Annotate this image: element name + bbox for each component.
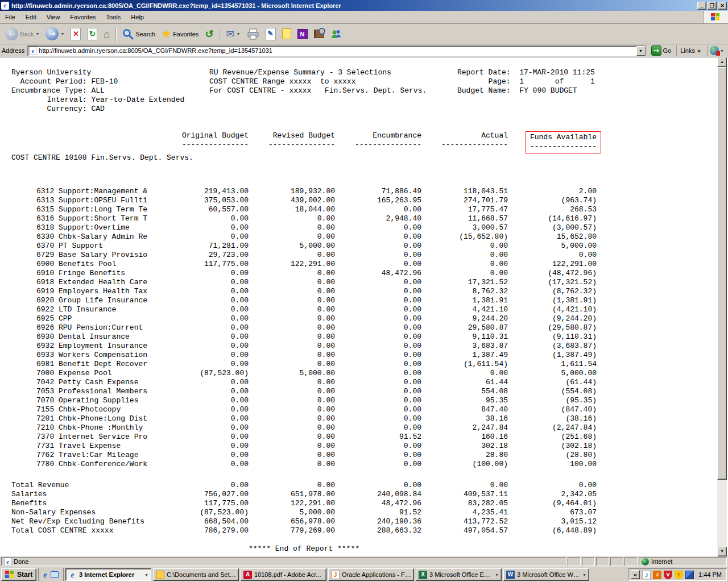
network-tray-icon[interactable] — [685, 571, 694, 579]
amount-cell: 0.00 — [249, 223, 335, 232]
taskbar-button-pdf[interactable]: A10108.pdf - Adobe Acr... — [241, 568, 326, 581]
menu-favorites[interactable]: Favorites — [65, 11, 101, 23]
amount-cell: (38.16) — [508, 414, 597, 423]
search-icon — [122, 28, 134, 40]
adobe-pdf-button[interactable]: ▼ — [707, 45, 726, 56]
address-input[interactable]: e http://finuweb.admin.ryerson.ca:8005/O… — [27, 45, 646, 56]
group-dropdown-icon[interactable]: ▼ — [582, 573, 586, 577]
taskbar-button-label: 3 Microsoft Office Excel — [429, 571, 493, 578]
scroll-down-icon[interactable]: ▼ — [717, 547, 727, 556]
security-tray-icon[interactable]: ! — [675, 571, 683, 579]
status-pane — [624, 557, 638, 566]
ie-quicklaunch-icon[interactable]: e — [43, 570, 47, 579]
total-label: Non-Salary Expenses — [11, 508, 162, 517]
history-button[interactable]: ↺ — [202, 26, 216, 42]
close-button[interactable]: ✕ — [718, 2, 727, 10]
amount-cell: 0.00 — [335, 396, 421, 405]
account-label: 7053 Professional Members — [11, 387, 162, 396]
stop-button[interactable]: ✕ — [68, 26, 84, 42]
back-dropdown-icon[interactable]: ▼ — [35, 32, 39, 36]
home-icon: ⌂ — [104, 28, 110, 40]
amount-cell: 71,886.49 — [335, 187, 421, 196]
amount-cell: (95.35) — [508, 396, 597, 405]
messenger-button[interactable] — [328, 27, 345, 41]
start-button[interactable]: Start — [1, 568, 36, 581]
mail-dropdown-icon[interactable]: ▼ — [237, 32, 241, 36]
group-dropdown-icon[interactable]: ▼ — [144, 573, 148, 577]
account-label: 6330 Chbk-Salary Admin Re — [11, 232, 162, 242]
taskbar-button-excel[interactable]: X3 Microsoft Office Excel▼ — [416, 568, 502, 581]
scrollbar-thumb[interactable] — [717, 67, 727, 480]
amount-cell: 0.00 — [335, 369, 421, 378]
amount-cell: 0.00 — [162, 223, 249, 232]
favorites-button[interactable]: ★ Favorites — [159, 26, 201, 42]
amount-cell: 17,321.52 — [421, 278, 508, 287]
taskbar-button-folder[interactable]: C:\Documents and Setti... — [153, 568, 239, 581]
menu-help[interactable]: Help — [126, 11, 149, 23]
vertical-scrollbar[interactable]: ▲ ▼ — [717, 57, 727, 556]
address-dropdown-icon[interactable]: ▼ — [636, 46, 646, 56]
minimize-button[interactable]: _ — [697, 2, 706, 10]
amount-cell: 2,948.40 — [335, 214, 421, 223]
amount-cell: 2,342.05 — [508, 490, 597, 499]
amount-cell: 0.00 — [335, 414, 421, 423]
amount-cell: 0.00 — [335, 405, 421, 414]
forward-dropdown-icon[interactable]: ▼ — [60, 32, 64, 36]
onenote-button[interactable]: N — [295, 27, 311, 41]
refresh-icon: ↻ — [87, 28, 97, 40]
refresh-button[interactable]: ↻ — [84, 26, 100, 42]
links-button[interactable]: Links » — [676, 45, 704, 56]
amount-cell: 0.00 — [249, 396, 335, 405]
amount-cell: 0.00 — [335, 378, 421, 387]
menu-tools[interactable]: Tools — [101, 11, 126, 23]
mail-button[interactable]: ✉ ▼ — [223, 26, 243, 42]
report-info-right: Report Date: 17-MAR-2010 11:25 Page: 1 o… — [457, 68, 595, 95]
amount-cell: 786,279.00 — [162, 526, 249, 535]
amount-cell: 0.00 — [162, 214, 249, 223]
back-button[interactable]: ← Back ▼ — [2, 26, 42, 42]
search-button[interactable]: Search — [119, 27, 158, 41]
system-tray: « JJV! 1:44 PM — [628, 568, 727, 581]
taskbar-button-word[interactable]: W3 Microsoft Office Word▼ — [503, 568, 589, 581]
menu-edit[interactable]: Edit — [20, 11, 42, 23]
scroll-up-icon[interactable]: ▲ — [717, 57, 727, 67]
go-button[interactable]: → Go — [649, 45, 674, 56]
status-pane — [596, 557, 609, 566]
vipre-tray-icon[interactable]: V — [664, 571, 672, 579]
show-desktop-icon[interactable] — [51, 571, 59, 578]
table-row: 6918 Extended Health Care0.000.000.0017,… — [11, 278, 597, 287]
amount-cell: (1,611.54) — [421, 360, 508, 369]
history-icon: ↺ — [205, 28, 213, 40]
home-button[interactable]: ⌂ — [101, 26, 113, 42]
account-label: 6981 Benefit Dept Recover — [11, 360, 162, 369]
onenote-icon: N — [297, 29, 308, 39]
table-row: 6370 PT Support71,281.005,000.000.000.00… — [11, 242, 597, 251]
links-chevron-icon: » — [697, 47, 701, 54]
report-info-left: Ryerson University Account Period: FEB-1… — [11, 68, 184, 114]
edit-button[interactable]: ✎ — [263, 26, 279, 42]
taskbar-button-ie[interactable]: e3 Internet Explorer▼ — [65, 568, 151, 581]
cost-centre-line: COST CENTRE 10108 Fin.Servs. Dept. Servs… — [11, 153, 193, 163]
tray-chevron-icon[interactable]: « — [631, 570, 640, 579]
java-orange-tray-icon[interactable]: J — [653, 571, 661, 579]
group-dropdown-icon[interactable]: ▼ — [495, 573, 499, 577]
amount-cell: 0.00 — [162, 442, 249, 451]
java-tray-icon[interactable]: J — [642, 571, 651, 579]
amount-cell: 0.00 — [162, 232, 249, 242]
adobe-dropdown-icon[interactable]: ▼ — [720, 49, 724, 53]
taskbar-button-java[interactable]: JOracle Applications - FI... — [328, 568, 414, 581]
messenger-icon — [330, 28, 342, 40]
research-button[interactable] — [311, 28, 327, 40]
restore-button[interactable]: ❐ — [708, 2, 717, 10]
amount-cell: 756,027.00 — [162, 490, 249, 499]
menu-file[interactable]: File — [0, 11, 20, 23]
account-label: 6313 Support:OPSEU Fullti — [11, 196, 162, 205]
menu-view[interactable]: View — [42, 11, 65, 23]
amount-cell: (9,464.01) — [508, 499, 597, 508]
amount-cell: 0.00 — [162, 460, 249, 469]
end-of-report: ***** End of Report ***** — [11, 544, 597, 554]
amount-cell: 5,000.00 — [249, 369, 335, 378]
print-button[interactable] — [244, 27, 262, 41]
notes-button[interactable] — [279, 27, 294, 41]
forward-button[interactable]: → ▼ — [43, 26, 67, 42]
